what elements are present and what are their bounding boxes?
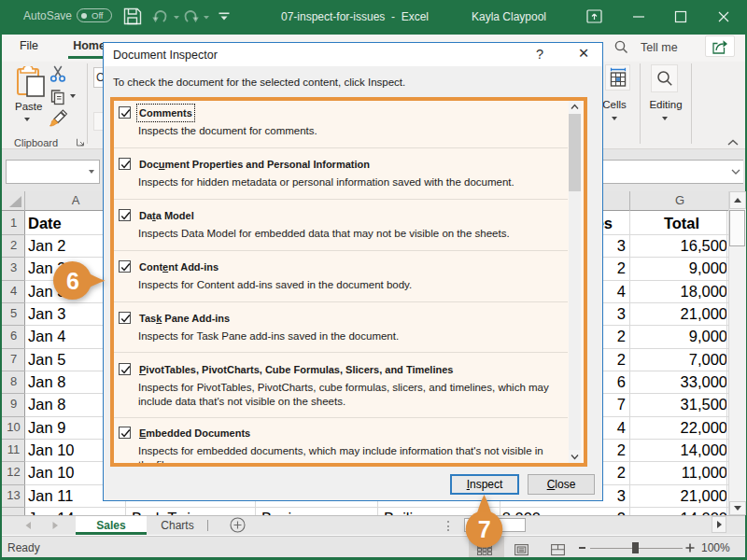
svg-text:7: 7 xyxy=(478,516,491,542)
svg-text:6: 6 xyxy=(66,268,79,294)
